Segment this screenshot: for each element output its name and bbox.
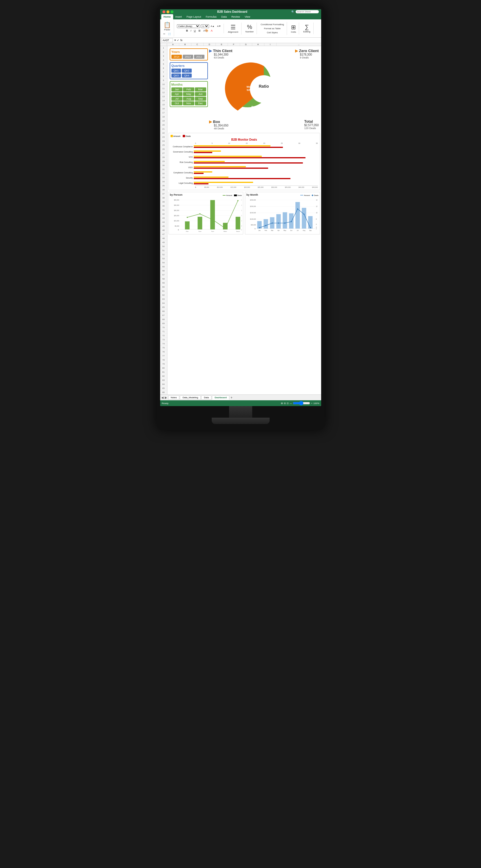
dec-button[interactable]: Dec [195, 101, 206, 105]
amount-dot [171, 135, 173, 137]
grid-view-icon[interactable]: ⊞ [281, 402, 283, 405]
bar-row-2: Governance Consulting [171, 150, 318, 153]
legend-amount-label: Amount [174, 135, 180, 137]
page-view-icon[interactable]: ⊟ [284, 402, 286, 405]
row-17: 17 [160, 111, 167, 115]
paste-button[interactable]: 📋 Paste [162, 21, 172, 32]
year-2012-button[interactable]: 2012 [194, 55, 205, 59]
year-2013-button[interactable]: 2013 [183, 55, 193, 59]
tab-insert[interactable]: Insert [173, 14, 184, 20]
row-16: 16 [160, 107, 167, 111]
fx-label: fx [180, 39, 182, 42]
border-button[interactable]: ⊞ [198, 29, 202, 33]
year-2014-button[interactable]: 2014 [172, 55, 182, 59]
svg-text:Feb: Feb [265, 230, 267, 231]
tab-notes[interactable]: Notes [168, 395, 180, 400]
bar-row-7: Security [171, 176, 318, 180]
status-bar: Ready ⊞ ⊟ ⊡ — + 100% [160, 400, 321, 406]
page-break-icon[interactable]: ⊡ [287, 402, 289, 405]
underline-button[interactable]: U [193, 29, 197, 33]
tab-page-layout[interactable]: Page Layout [184, 14, 204, 20]
monitor-stand [160, 406, 321, 430]
bold-button[interactable]: B [185, 29, 189, 33]
mar-button[interactable]: Mar [195, 87, 206, 91]
dashboard-content: Years 2014 2013 2012 Quarters Qtr1 [168, 46, 321, 395]
copy-button[interactable]: 📄 [167, 32, 172, 36]
may-button[interactable]: May [183, 92, 194, 96]
years-label: Years [172, 50, 206, 54]
feb-button[interactable]: Feb [183, 87, 194, 91]
window-controls[interactable] [162, 10, 174, 13]
zoom-slider[interactable] [293, 401, 310, 405]
tab-dashboard[interactable]: Dashboard [212, 395, 229, 400]
cell-reference[interactable] [161, 38, 173, 42]
minimize-button[interactable] [167, 10, 170, 13]
total-block: Total $2,577,050 120 Deals [304, 119, 319, 130]
search-input[interactable] [296, 10, 319, 13]
svg-text:Pending: Pending [251, 105, 261, 108]
total-label: Total [304, 119, 319, 124]
qtr2-button[interactable]: Qtr2 [182, 69, 192, 73]
increase-font-button[interactable]: A▲ [210, 24, 215, 28]
conditional-formatting-button[interactable]: Conditional Formatting [260, 23, 285, 26]
qtr4-button[interactable]: Qtr4 [182, 73, 192, 78]
decrease-font-button[interactable]: A▼ [216, 24, 222, 28]
formula-icon: ✕ ✓ [174, 39, 180, 42]
qtr1-button[interactable]: Qtr1 [172, 69, 181, 73]
cells-button[interactable]: ⊞ Cells [290, 23, 297, 34]
tab-data[interactable]: Data [201, 395, 211, 400]
next-sheet-button[interactable]: ▶ [165, 396, 167, 399]
amount-bar-8 [194, 182, 253, 183]
svg-text:8: 8 [316, 219, 317, 220]
tab-view[interactable]: View [242, 14, 252, 20]
jun-button[interactable]: Jun [195, 92, 206, 96]
tab-review[interactable]: Review [229, 14, 242, 20]
aug-button[interactable]: Aug [183, 97, 194, 101]
editing-button[interactable]: ∑ Editing [302, 23, 311, 34]
column-headers: A B C D E F G H I ... [160, 43, 321, 46]
oct-button[interactable]: Oct [172, 101, 183, 105]
qtr3-button[interactable]: Qtr3 [172, 73, 181, 78]
fill-color-button[interactable]: A🎨 [203, 29, 209, 33]
box-amount: $1,354,650 [214, 124, 229, 127]
row-31: 31 [160, 167, 167, 172]
italic-button[interactable]: I [190, 29, 192, 33]
row-4: 4 [160, 58, 167, 62]
svg-text:$50,000: $50,000 [174, 199, 179, 201]
svg-text:14: 14 [316, 199, 318, 201]
alignment-button[interactable]: ☰ Alignment [227, 23, 239, 34]
font-family-select[interactable]: Calibri (Body) [177, 24, 200, 28]
add-sheet-button[interactable]: + [231, 396, 233, 400]
amount-bar-7 [194, 177, 229, 178]
row-47: 47 [160, 232, 167, 237]
close-button[interactable] [162, 10, 166, 13]
cut-button[interactable]: ✂ [162, 32, 166, 36]
sep-button[interactable]: Sep [195, 97, 206, 101]
row-41: 41 [160, 208, 167, 212]
zoom-in-button[interactable]: + [311, 402, 312, 405]
zoom-out-button[interactable]: — [290, 402, 292, 405]
tab-home[interactable]: Home [161, 14, 173, 20]
font-size-select[interactable]: 12 [201, 24, 209, 28]
svg-point-31 [237, 200, 238, 201]
bar-row-4: Risk Consulting [171, 160, 318, 164]
format-as-table-button[interactable]: Format as Table [260, 27, 285, 30]
jul-button[interactable]: Jul [172, 97, 183, 101]
by-month-svg: $250,000 $200,000 $150,000 $100,000 $50,… [246, 197, 319, 232]
svg-text:Jan: Jan [258, 230, 261, 231]
row-81: 81 [160, 370, 167, 374]
maximize-button[interactable] [171, 10, 174, 13]
font-color-button[interactable]: A [210, 29, 213, 33]
prev-sheet-button[interactable]: ◀ [161, 396, 163, 399]
tab-data[interactable]: Data [219, 14, 229, 20]
tab-formulas[interactable]: Formulas [204, 14, 219, 20]
number-button[interactable]: % Number [244, 23, 255, 34]
row-44: 44 [160, 220, 167, 224]
alignment-group: ☰ Alignment [226, 23, 242, 34]
nov-button[interactable]: Nov [183, 101, 194, 105]
jan-button[interactable]: Jan [172, 87, 183, 91]
formula-input[interactable] [184, 39, 320, 42]
cell-styles-button[interactable]: Cell Styles [260, 31, 285, 34]
tab-data-modeling[interactable]: Data_Modeling [180, 395, 201, 400]
apr-button[interactable]: Apr [172, 92, 183, 96]
